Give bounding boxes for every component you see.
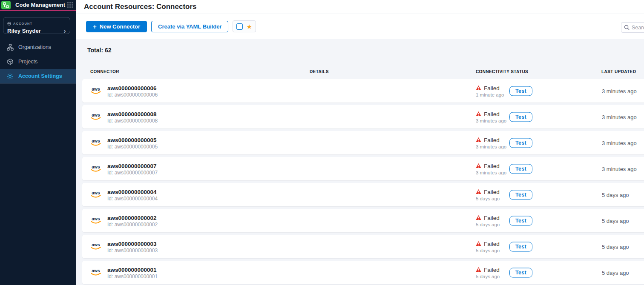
test-button[interactable]: Test [509,164,532,174]
table-row[interactable]: aws aws000000000004 Id: aws000000000004 … [82,183,644,206]
search-input[interactable] [632,25,644,31]
sidebar-item-label: Account Settings [18,73,62,79]
sidebar-item-projects[interactable]: Projects [0,54,76,69]
aws-icon: aws [90,163,102,174]
status-text: Failed [484,137,500,143]
connector-cell: aws aws000000000003 Id: aws000000000003 [90,240,158,253]
connector-name: aws000000000006 [107,84,158,91]
svg-text:aws: aws [92,113,100,117]
warning-icon [476,86,481,91]
account-selector[interactable]: ACCOUNT Riley Snyder › [3,17,70,34]
test-button[interactable]: Test [509,112,532,122]
main-area: Account Resources: Connectors + New Conn… [76,0,644,285]
connector-cell: aws aws000000000002 Id: aws000000000002 [90,214,158,227]
search-box[interactable] [621,22,644,33]
aws-icon: aws [90,86,102,97]
new-connector-label: New Connector [100,23,140,30]
search-icon [624,25,630,30]
connector-name: aws000000000008 [107,110,158,117]
last-updated-cell: 3 minutes ago [602,165,637,172]
aws-icon: aws [90,215,102,226]
column-header-last-updated: LAST UPDATED [601,69,636,74]
warning-icon [476,215,481,220]
connectivity-status-cell: Failed 3 minutes ago [476,111,506,123]
nav-divider [0,83,76,84]
connectivity-status-cell: Failed 5 days ago [476,240,500,253]
svg-text:aws: aws [92,165,100,169]
warning-icon [476,189,481,194]
connectors-content: Total: 62 CONNECTOR DETAILS CONNECTIVITY… [76,39,644,285]
last-updated-cell: 3 minutes ago [602,140,637,146]
plus-icon: + [93,23,97,30]
test-button[interactable]: Test [509,216,532,225]
connectivity-status-cell: Failed 5 days ago [476,214,500,227]
test-button[interactable]: Test [509,242,532,251]
connector-id: Id: aws000000000007 [107,169,158,175]
status-time: 5 days ago [476,222,500,227]
last-updated-cell: 3 minutes ago [602,114,637,120]
create-via-yaml-builder-button[interactable]: Create via YAML Builder [151,21,228,32]
table-row[interactable]: aws aws000000000001 Id: aws000000000001 … [82,261,644,284]
connector-id: Id: aws000000000002 [107,221,158,227]
connector-id: Id: aws000000000001 [107,273,158,279]
status-text: Failed [484,85,500,91]
table-row[interactable]: aws aws000000000005 Id: aws000000000005 … [82,131,644,154]
connector-name: aws000000000002 [107,214,158,221]
svg-text:aws: aws [92,268,100,273]
sidebar-nav: Organizations Projects Account Settings [0,40,76,83]
brand-divider [0,10,76,11]
organizations-icon [6,44,14,51]
new-connector-button[interactable]: + New Connector [86,21,147,32]
aws-icon: aws [90,267,102,278]
aws-icon: aws [90,241,102,252]
column-header-details: DETAILS [310,69,329,74]
svg-text:aws: aws [92,87,100,91]
connectivity-status-cell: Failed 3 minutes ago [476,162,506,175]
test-button[interactable]: Test [509,268,532,277]
page-title: Account Resources: Connectors [84,3,197,11]
test-button[interactable]: Test [509,138,532,148]
connectivity-status-cell: Failed 5 days ago [476,188,500,201]
status-text: Failed [484,111,500,117]
aws-icon: aws [90,137,102,148]
table-row[interactable]: aws aws000000000007 Id: aws000000000007 … [82,157,644,180]
account-icon [7,20,11,27]
last-updated-cell: 5 days ago [602,269,629,276]
warning-icon [476,267,481,272]
connector-cell: aws aws000000000007 Id: aws000000000007 [90,162,158,175]
favorites-checkbox[interactable] [236,23,243,30]
sidebar-item-label: Projects [18,59,37,65]
last-updated-cell: 5 days ago [602,191,629,198]
connector-id: Id: aws000000000003 [107,247,158,253]
status-time: 5 days ago [476,274,500,279]
sidebar-header: Code Management [0,0,76,10]
test-button[interactable]: Test [509,190,532,200]
status-text: Failed [484,162,500,169]
sidebar: Code Management ACCOUNT Riley Snyder › [0,0,76,285]
status-time: 3 minutes ago [476,118,506,123]
module-switcher-icon[interactable] [67,2,73,8]
connector-cell: aws aws000000000006 Id: aws000000000006 [90,84,158,97]
code-management-logo-icon[interactable] [1,1,11,9]
connector-name: aws000000000005 [107,136,158,143]
table-row[interactable]: aws aws000000000002 Id: aws000000000002 … [82,209,644,232]
svg-text:aws: aws [92,217,100,221]
status-time: 5 days ago [476,248,500,253]
warning-icon [476,241,481,246]
test-button[interactable]: Test [509,86,532,96]
status-text: Failed [484,188,500,195]
status-time: 1 minute ago [476,92,504,97]
connector-cell: aws aws000000000001 Id: aws000000000001 [90,266,158,279]
favorites-filter-group[interactable]: ★ [233,20,256,32]
toolbar: + New Connector Create via YAML Builder … [76,14,644,39]
warning-icon [476,111,481,117]
table-row[interactable]: aws aws000000000008 Id: aws000000000008 … [82,105,644,128]
account-name: Riley Snyder [7,28,41,34]
status-time: 5 days ago [476,196,500,201]
star-icon: ★ [246,23,252,30]
sidebar-item-organizations[interactable]: Organizations [0,40,76,54]
sidebar-item-account-settings[interactable]: Account Settings [0,69,76,83]
table-row[interactable]: aws aws000000000006 Id: aws000000000006 … [82,79,644,103]
projects-icon [6,58,14,66]
table-row[interactable]: aws aws000000000003 Id: aws000000000003 … [82,235,644,258]
